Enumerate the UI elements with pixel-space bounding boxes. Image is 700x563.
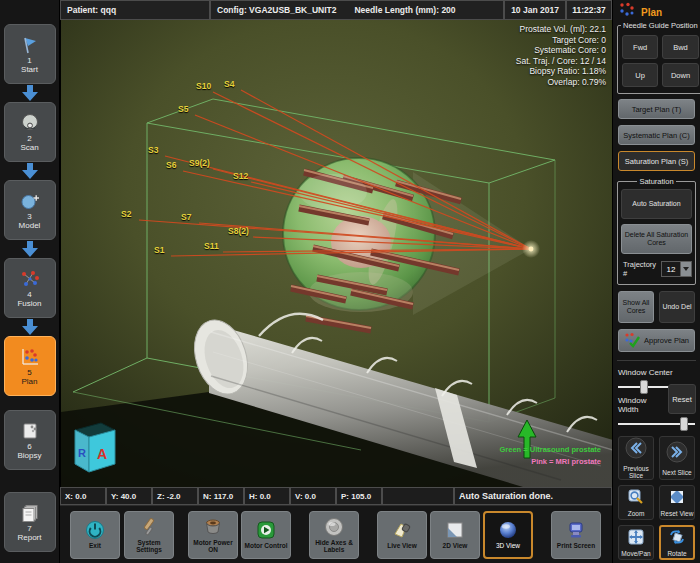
button-label: Hide Axes & Labels <box>310 539 358 553</box>
3d-scene: R A Green = Ultrasound prostate Pink = M… <box>61 20 612 487</box>
button-label: 2D View <box>443 542 468 549</box>
trajectory-label: S1 <box>154 245 164 255</box>
button-label: Rotate <box>667 550 686 557</box>
config-field: Config: VGA2USB_BK_UNIT2 Needle Length (… <box>210 0 504 20</box>
button-label: Live View <box>387 542 417 549</box>
biopsy-document-icon <box>19 421 41 441</box>
step-label: Scan <box>20 143 38 152</box>
button-label: Motor Control <box>245 542 288 549</box>
plan-panel: Plan Needle Guide Position Fwd Bwd Up Do… <box>612 0 700 563</box>
trajectory-dropdown[interactable]: 12 <box>661 261 692 277</box>
reset-view-button[interactable]: Reset View <box>659 485 695 520</box>
trajectory-label: S4 <box>224 79 234 89</box>
motor-power-on-button[interactable]: Motor Power ON <box>188 511 238 559</box>
needle-length-value: Needle Length (mm): 200 <box>354 5 455 15</box>
auto-saturation-button[interactable]: Auto Saturation <box>621 189 692 219</box>
button-label: Next Slice <box>662 469 691 476</box>
zoom-button[interactable]: Zoom <box>618 485 654 520</box>
trajectory-value: 12 <box>661 261 681 277</box>
trajectory-label: Trajectory # <box>623 260 657 278</box>
approve-plan-button[interactable]: Approve Plan <box>618 329 695 352</box>
step-label: Report <box>17 533 41 542</box>
hide-axes-labels-button[interactable]: Hide Axes & Labels <box>309 511 359 559</box>
exit-button[interactable]: Exit <box>70 511 120 559</box>
button-label: System Settings <box>125 539 173 553</box>
flashlight-icon <box>392 520 412 540</box>
sidebar-step-fusion[interactable]: 4 Fusion <box>4 258 56 318</box>
step-number: 2 <box>27 134 31 143</box>
undo-delete-button[interactable]: Undo Del <box>659 291 695 323</box>
3d-viewport[interactable]: R A Green = Ultrasound prostate Pink = M… <box>60 20 612 487</box>
button-label: Move/Pan <box>621 550 650 557</box>
trajectory-label: S3 <box>148 145 158 155</box>
saturation-title: Saturation <box>637 177 675 186</box>
rotate-button[interactable]: Rotate <box>659 525 695 560</box>
sidebar-step-model[interactable]: 3 Model <box>4 180 56 240</box>
saturation-plan-button[interactable]: Saturation Plan (S) <box>618 151 695 171</box>
coord-h: H: 0.0 <box>244 487 290 505</box>
stat-prostate-volume: Prostate Vol. (ml): 22.1 <box>516 24 606 35</box>
previous-slice-button[interactable]: Previous Slice <box>618 436 654 480</box>
button-label: Zoom <box>628 510 645 517</box>
system-settings-button[interactable]: System Settings <box>124 511 174 559</box>
button-label: Motor Power ON <box>189 539 237 553</box>
coord-p: P: 105.0 <box>336 487 382 505</box>
trajectory-selector-row: Trajectory # 12 <box>621 259 692 280</box>
button-label: Reset View <box>661 510 694 517</box>
needle-bwd-button[interactable]: Bwd <box>662 35 698 59</box>
date-display: 10 Jan 2017 <box>504 0 566 20</box>
printer-icon <box>566 520 586 540</box>
cube-letter-a: A <box>97 446 107 462</box>
trajectory-label: S8(2) <box>228 226 249 236</box>
show-all-cores-button[interactable]: Show All Cores <box>618 291 654 323</box>
slider-thumb[interactable] <box>640 380 648 394</box>
trajectory-label: S7 <box>181 212 191 222</box>
trajectory-label: S11 <box>204 241 219 251</box>
live-view-button[interactable]: Live View <box>377 511 427 559</box>
window-center-label: Window Center <box>618 368 695 377</box>
sidebar-step-report[interactable]: 7 Report <box>4 492 56 552</box>
coord-z: Z: -2.0 <box>152 487 198 505</box>
2d-view-button[interactable]: 2D View <box>430 511 480 559</box>
sidebar-step-start[interactable]: 1 Start <box>4 24 56 84</box>
plan-statistics: Prostate Vol. (ml): 22.1 Target Core: 0 … <box>516 24 606 87</box>
delete-all-saturation-cores-button[interactable]: Delete All Saturation Cores <box>621 224 692 254</box>
step-label: Plan <box>21 377 37 386</box>
slider-thumb[interactable] <box>680 417 688 431</box>
slice-navigation-row: Previous Slice Next Slice <box>618 436 695 480</box>
3d-view-button[interactable]: 3D View <box>483 511 533 559</box>
report-pages-icon <box>19 503 41 523</box>
patient-field: Patient: qqq <box>60 0 210 20</box>
magnifier-icon <box>628 489 644 509</box>
needle-up-button[interactable]: Up <box>622 63 658 87</box>
systematic-plan-button[interactable]: Systematic Plan (C) <box>618 125 695 145</box>
coord-y: Y: 40.0 <box>106 487 152 505</box>
button-label: Print Screen <box>557 542 595 549</box>
needle-fwd-button[interactable]: Fwd <box>622 35 658 59</box>
orientation-cube: R A <box>75 423 115 472</box>
header-bar: Patient: qqq Config: VGA2USB_BK_UNIT2 Ne… <box>60 0 612 20</box>
stat-overlap: Overlap: 0.79% <box>516 77 606 88</box>
sidebar-step-plan[interactable]: 5 Plan <box>4 336 56 396</box>
move-pan-button[interactable]: Move/Pan <box>618 525 654 560</box>
window-center-slider[interactable] <box>618 380 670 394</box>
step-label: Biopsy <box>17 451 41 460</box>
panel-header: Plan <box>617 3 696 21</box>
window-width-slider[interactable] <box>618 417 695 431</box>
time-display: 11:22:37 <box>566 0 612 20</box>
sidebar-step-biopsy[interactable]: 6 Biopsy <box>4 410 56 470</box>
window-reset-button[interactable]: Reset <box>668 384 696 414</box>
step-number: 7 <box>27 524 31 533</box>
step-number: 1 <box>27 56 31 65</box>
approve-label: Approve Plan <box>644 336 689 345</box>
sphere-icon <box>324 517 344 537</box>
print-screen-button[interactable]: Print Screen <box>551 511 601 559</box>
cube-letter-r: R <box>78 447 86 459</box>
sidebar-step-scan[interactable]: 2 Scan <box>4 102 56 162</box>
next-slice-button[interactable]: Next Slice <box>659 436 695 480</box>
legend-ultrasound: Green = Ultrasound prostate <box>500 445 601 454</box>
chevron-down-icon[interactable] <box>681 261 692 277</box>
target-plan-button[interactable]: Target Plan (T) <box>618 99 695 119</box>
needle-down-button[interactable]: Down <box>662 63 698 87</box>
motor-control-button[interactable]: Motor Control <box>241 511 291 559</box>
